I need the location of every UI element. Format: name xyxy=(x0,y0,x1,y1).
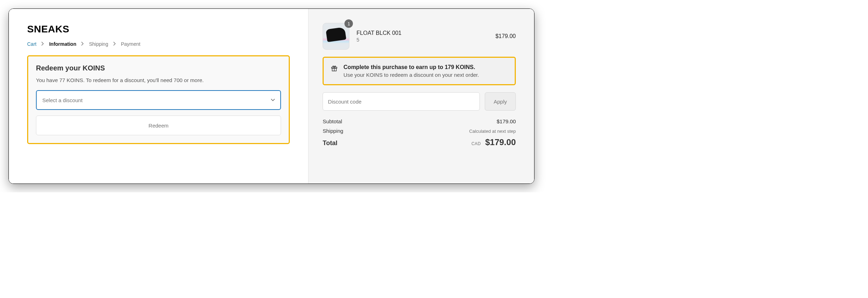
order-summary: 1 FLOAT BLCK 001 5 $179.00 Complete this… xyxy=(308,9,534,184)
earn-panel: Complete this purchase to earn up to 179… xyxy=(323,57,516,85)
subtotal-value: $179.00 xyxy=(497,118,516,124)
total-value: $179.00 xyxy=(485,137,516,147)
product-image xyxy=(326,27,346,42)
subtotal-row: Subtotal $179.00 xyxy=(323,118,516,124)
earn-description: Use your KOINS to redeem a discount on y… xyxy=(343,72,479,78)
redeem-button[interactable]: Redeem xyxy=(36,116,281,135)
discount-code-input[interactable] xyxy=(323,92,480,111)
product-name: FLOAT BLCK 001 xyxy=(356,30,488,36)
product-price: $179.00 xyxy=(495,33,516,39)
product-row: 1 FLOAT BLCK 001 5 $179.00 xyxy=(323,23,516,50)
total-value-wrap: CAD $179.00 xyxy=(471,137,516,147)
product-variant: 5 xyxy=(356,37,488,43)
subtotal-label: Subtotal xyxy=(323,118,342,124)
discount-select[interactable]: Select a discount xyxy=(36,90,281,110)
redeem-description: You have 77 KOINS. To redeem for a disco… xyxy=(36,77,281,83)
brand-name: SNEAKS xyxy=(27,24,290,35)
product-thumbnail xyxy=(323,23,349,50)
shipping-value: Calculated at next step xyxy=(469,129,516,134)
shipping-row: Shipping Calculated at next step xyxy=(323,128,516,134)
redeem-panel: Redeem your KOINS You have 77 KOINS. To … xyxy=(27,55,290,144)
product-info: FLOAT BLCK 001 5 xyxy=(356,30,488,43)
discount-row: Apply xyxy=(323,92,516,111)
chevron-right-icon xyxy=(41,41,44,47)
earn-title: Complete this purchase to earn up to 179… xyxy=(343,64,479,70)
discount-select-wrap: Select a discount xyxy=(36,90,281,110)
breadcrumb-shipping[interactable]: Shipping xyxy=(89,41,108,47)
discount-select-placeholder: Select a discount xyxy=(42,97,82,103)
quantity-badge: 1 xyxy=(344,19,353,28)
totals: Subtotal $179.00 Shipping Calculated at … xyxy=(323,118,516,147)
chevron-right-icon xyxy=(81,41,84,47)
apply-button[interactable]: Apply xyxy=(485,92,516,111)
gift-icon xyxy=(331,65,338,78)
currency-label: CAD xyxy=(471,141,481,146)
breadcrumb-cart[interactable]: Cart xyxy=(27,41,36,47)
breadcrumb-information: Information xyxy=(49,41,76,47)
total-label: Total xyxy=(323,139,337,147)
breadcrumb: Cart Information Shipping Payment xyxy=(27,41,290,47)
breadcrumb-payment[interactable]: Payment xyxy=(121,41,140,47)
product-thumbnail-wrap: 1 xyxy=(323,23,349,50)
total-row: Total CAD $179.00 xyxy=(323,137,516,147)
checkout-main: SNEAKS Cart Information Shipping Payment… xyxy=(9,9,308,184)
shipping-label: Shipping xyxy=(323,128,343,134)
redeem-title: Redeem your KOINS xyxy=(36,64,281,72)
earn-text: Complete this purchase to earn up to 179… xyxy=(343,64,479,78)
chevron-right-icon xyxy=(113,41,116,47)
checkout-window: SNEAKS Cart Information Shipping Payment… xyxy=(8,8,534,184)
